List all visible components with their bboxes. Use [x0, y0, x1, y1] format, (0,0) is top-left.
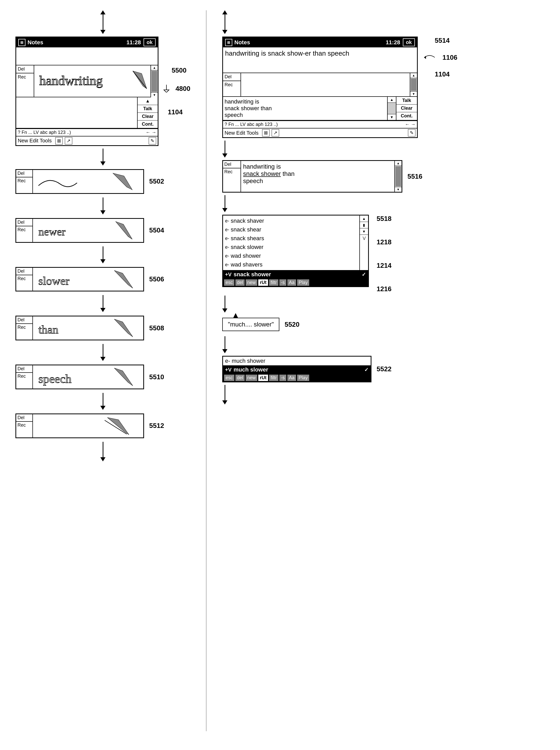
candidate-item-1[interactable]: e- snack shear: [225, 225, 357, 234]
toolbar-icon1-left[interactable]: ⊠: [55, 137, 63, 144]
arrow-down-right-4: [222, 336, 227, 353]
tool-esc[interactable]: esc: [224, 279, 234, 286]
label-4800-row: 4800: [163, 85, 190, 93]
candidate-item-2[interactable]: e- snack shears: [225, 234, 357, 243]
arrow-down-line-6: [103, 393, 103, 406]
arrow-up-head-left: [100, 10, 105, 15]
svg-text:handwriting: handwriting: [39, 73, 103, 88]
sb-thumb-right: [411, 79, 416, 91]
speech-bubble: "much.... slower": [222, 318, 279, 331]
arrow-keys-right: ← →: [405, 122, 415, 127]
arrow-down-line-right-4: [225, 336, 225, 349]
much-tool-filtr[interactable]: filtr: [269, 375, 278, 381]
rec-5504[interactable]: Rec: [16, 226, 33, 233]
tool-filtr[interactable]: filtr: [269, 279, 278, 286]
cont-btn-left[interactable]: Cont.: [138, 120, 158, 128]
rec-5510[interactable]: Rec: [16, 373, 33, 380]
tool-del[interactable]: del: [235, 279, 245, 286]
notes-titlebar-right: ⊞ Notes 11:28 ok: [223, 37, 417, 47]
notes-ok-btn-right[interactable]: ok: [403, 38, 415, 46]
rec-btn-left[interactable]: Rec: [16, 73, 34, 81]
cont-btn-right[interactable]: Cont.: [396, 112, 417, 120]
sb-dn-right[interactable]: ▼: [410, 92, 417, 96]
sb-dn-5516[interactable]: ▼: [395, 187, 401, 192]
clear-btn-left[interactable]: Clear: [138, 113, 158, 120]
draw-sidebar-left: Del Rec: [16, 65, 34, 97]
sb-up-right[interactable]: ▲: [410, 73, 417, 78]
candidate-item-4[interactable]: e- wad shower: [225, 252, 357, 260]
arrow-down-head-right-3: [222, 309, 227, 313]
tool-rut[interactable]: rUt: [258, 279, 268, 286]
sb-dn-left[interactable]: ▼: [151, 93, 158, 97]
notes-scroll-right: ▲ ▼: [387, 97, 396, 120]
label-5512: 5512: [149, 422, 164, 430]
scroll-up-left[interactable]: ▲: [138, 97, 158, 105]
windows-logo-right: ⊞: [225, 39, 232, 46]
notes-title-left: Notes: [27, 39, 43, 46]
arrow-down-2: [100, 197, 105, 215]
scrollbar-right-left: ▲ ▼: [150, 65, 158, 97]
del-5512[interactable]: Del: [16, 414, 33, 422]
notes-canvas-right: [241, 73, 410, 96]
rec-5502[interactable]: Rec: [16, 177, 33, 184]
rec-5508[interactable]: Rec: [16, 324, 33, 331]
toolbar-icon2-right[interactable]: ↗: [272, 129, 279, 136]
talk-btn-right[interactable]: Talk: [396, 97, 417, 104]
much-tool-aa[interactable]: Aa: [287, 375, 296, 381]
arrow-down-line-bottom-left: [103, 442, 103, 457]
scroll-up-right[interactable]: ▲: [388, 97, 396, 103]
much-tool-rut[interactable]: rUt: [258, 375, 268, 381]
toolbar-icon3-left[interactable]: ✎: [149, 137, 156, 144]
titlebar-left-right: ⊞ Notes: [225, 39, 250, 46]
cs-dn[interactable]: ▼: [360, 229, 368, 235]
talk-btn-left[interactable]: Talk: [138, 105, 158, 113]
sb-up-5516[interactable]: ▲: [395, 161, 401, 166]
notes-canvas-left: handwriting: [34, 65, 150, 97]
del-right[interactable]: Del: [223, 73, 241, 81]
tool-play[interactable]: Play: [297, 279, 309, 286]
cs-up[interactable]: ▲: [360, 216, 368, 222]
panel-row-5506: Del Rec slower 5506: [16, 266, 190, 293]
hw-sidebar-5512: Del Rec: [16, 414, 33, 437]
tool-aa[interactable]: Aa: [287, 279, 296, 286]
tool-s[interactable]: -s: [279, 279, 286, 286]
del-btn-left[interactable]: Del: [16, 65, 34, 73]
tool-new[interactable]: new: [246, 279, 257, 286]
toolbar-icon3-right[interactable]: ✎: [408, 129, 415, 136]
del-5504[interactable]: Del: [16, 219, 33, 226]
much-tool-del[interactable]: del: [235, 375, 245, 381]
rec-5512[interactable]: Rec: [16, 422, 33, 429]
del-5516[interactable]: Del: [223, 161, 241, 169]
del-5506[interactable]: Del: [16, 268, 33, 275]
clear-btn-right[interactable]: Clear: [396, 104, 417, 112]
del-5502[interactable]: Del: [16, 170, 33, 177]
rec-5506[interactable]: Rec: [16, 275, 33, 282]
arrow-down-line-1: [103, 149, 103, 161]
hw-svg-5506: slower: [33, 268, 143, 291]
much-tool-esc[interactable]: esc: [224, 375, 234, 381]
much-tool-s[interactable]: -s: [279, 375, 286, 381]
cs-mid[interactable]: ▮: [360, 222, 368, 229]
label-5506: 5506: [149, 275, 164, 283]
much-slower-text: much slower: [233, 367, 268, 373]
scroll-dn-right[interactable]: ▼: [388, 114, 396, 120]
much-tool-play[interactable]: Play: [297, 375, 309, 381]
panel-row-5502: Del Rec 5502: [16, 168, 190, 195]
sb-up-left[interactable]: ▲: [151, 65, 158, 70]
toolbar-icon1-right[interactable]: ⊠: [262, 129, 270, 136]
rec-right[interactable]: Rec: [223, 81, 241, 88]
much-tool-new[interactable]: new: [246, 375, 257, 381]
candidate-item-0[interactable]: e- snack shaver: [225, 217, 357, 225]
candidate-item-5[interactable]: e- wad shavers: [225, 260, 357, 269]
notes-ok-btn-left[interactable]: ok: [144, 38, 155, 46]
cs-bot[interactable]: ⋁: [360, 235, 368, 241]
rec-5516[interactable]: Rec: [223, 169, 241, 175]
label-5504: 5504: [149, 226, 164, 234]
del-5510[interactable]: Del: [16, 366, 33, 373]
speech-bubble-row: "much.... slower" 5520: [222, 315, 299, 334]
del-5508[interactable]: Del: [16, 316, 33, 324]
toolbar-icon2-left[interactable]: ↗: [65, 137, 72, 144]
candidate-item-3[interactable]: e- snack slower: [225, 243, 357, 252]
arrow-down-right-2: [222, 195, 227, 212]
arrow-down-right-top: [222, 30, 227, 34]
